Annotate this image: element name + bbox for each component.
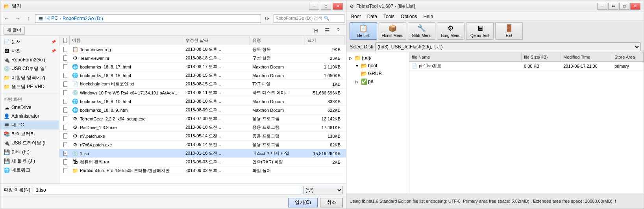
- tree-item-pe[interactable]: ▷ ✅ pe: [346, 78, 409, 85]
- sidebar-item-documents[interactable]: 📄 문서 📌: [0, 37, 59, 46]
- file-row[interactable]: 🗜컴퓨터 관리.rar2016-09-03 오후...압축(RAR) 파일2KB: [59, 158, 346, 166]
- file-row[interactable]: ⚙TorrentGear_2.2.2_x64_setup.exe2018-07-…: [59, 115, 346, 123]
- file-date-cell: 2018-08-17 오후...: [183, 64, 250, 70]
- view-list-btn[interactable]: ☰: [322, 26, 332, 35]
- file-row[interactable]: 📄blockchain.com 비트코인.txt2018-08-15 오후...…: [59, 80, 346, 89]
- sidebar-item-usbcd[interactable]: 💿 USB CD부팅 영': [0, 64, 59, 73]
- refresh-btn[interactable]: ⟳: [263, 14, 272, 23]
- file-checkbox[interactable]: [63, 90, 67, 95]
- file-checkbox[interactable]: [63, 47, 67, 52]
- fbinst-close-btn[interactable]: ✕: [630, 3, 640, 10]
- file-row[interactable]: 🌐bookmarks_18. 8. 17..html2018-08-17 오후.…: [59, 63, 346, 71]
- disk-select-dropdown[interactable]: (hd3): USB_JetFlash(29g, I: J:): [376, 43, 640, 51]
- sidebar-item-library[interactable]: 📚 라이브러리: [0, 129, 59, 139]
- fbinst-minimize-btn[interactable]: ─: [597, 3, 607, 10]
- sidebar-item-worldnim[interactable]: 📁 월드님 PE VHD: [0, 82, 59, 91]
- cancel-btn[interactable]: 취소: [320, 198, 343, 207]
- tool-burg-menu[interactable]: ⚙ Burg Menu: [437, 22, 464, 40]
- sidebar-item-photos[interactable]: 🖼 사진 📌: [0, 46, 59, 55]
- file-checkbox[interactable]: [63, 159, 67, 165]
- address-crumb-drive[interactable]: RoboForm2Go (D:): [63, 16, 103, 21]
- col-header-size[interactable]: 크기: [305, 36, 344, 45]
- file-checkbox[interactable]: [63, 142, 67, 147]
- open-btn[interactable]: 열기(O): [288, 198, 318, 207]
- tree-item-grub[interactable]: 📂 GRUB: [346, 70, 409, 78]
- file-row[interactable]: 💿Windows 10 Pro WS Rs4 x64 17134.191 pAr…: [59, 89, 346, 97]
- back-btn[interactable]: ←: [2, 14, 11, 23]
- tool-qemu-test[interactable]: 🖥 Qemu Test: [466, 22, 494, 40]
- file-row[interactable]: 💿1.iso2018-01-16 오전...디스크 이미지 파일15,819,2…: [59, 149, 346, 158]
- fbinst-restore-btn[interactable]: ⇔: [608, 3, 618, 10]
- help-btn[interactable]: ?: [333, 26, 343, 35]
- tool-fbinst-menu[interactable]: 📦 Fbinst Menu: [379, 22, 406, 40]
- sidebar-item-network[interactable]: 🌐 네트워크: [0, 166, 59, 175]
- menu-tools[interactable]: Tools: [380, 13, 398, 20]
- file-row[interactable]: 🌐bookmarks_18. 8. 15..html2018-08-15 오후.…: [59, 71, 346, 80]
- col-header-type[interactable]: 유형: [250, 36, 305, 45]
- filename-input[interactable]: [34, 186, 301, 194]
- address-crumb-pc[interactable]: 내 PC: [45, 15, 58, 22]
- tool-exit[interactable]: 🚪 Exit: [495, 22, 523, 40]
- file-checkbox[interactable]: [63, 133, 67, 139]
- fbinst-maximize-btn[interactable]: □: [619, 3, 629, 10]
- file-row[interactable]: 📋TeamViewer.reg2018-08-18 오후...등록 항목9KB: [59, 45, 346, 54]
- fb-modified-cell: 2018-06-17 21:08: [561, 64, 612, 68]
- sidebar-item-mypc[interactable]: 💻 내 PC: [0, 120, 59, 129]
- file-checkbox-cell: [61, 81, 70, 87]
- menu-options[interactable]: Options: [398, 13, 420, 20]
- tree-item-boot[interactable]: ▼ 📂 boot: [346, 62, 409, 70]
- file-checkbox[interactable]: [63, 107, 67, 113]
- up-btn[interactable]: ↑: [24, 14, 33, 23]
- col-header-date[interactable]: 수정한 날짜: [183, 36, 250, 45]
- fb-col-header-name[interactable]: file Name: [409, 52, 522, 61]
- explorer-close-btn[interactable]: ✕: [333, 3, 343, 10]
- file-row[interactable]: ⚙rf7.patch.exe2018-05-14 오전...응용 프로그램138…: [59, 132, 346, 141]
- file-checkbox[interactable]: [63, 151, 67, 156]
- sidebar-item-roboform[interactable]: 🔌 RoboForm2Go (: [0, 55, 59, 64]
- file-checkbox[interactable]: [63, 81, 67, 87]
- header-checkbox[interactable]: [63, 38, 67, 43]
- file-checkbox[interactable]: [63, 73, 67, 78]
- col-header-name[interactable]: 이름: [70, 36, 183, 45]
- sidebar-item-usb[interactable]: 🔌 USB 드라이브 (I: [0, 139, 59, 148]
- file-checkbox[interactable]: [63, 64, 67, 69]
- view-btn[interactable]: ⊞: [311, 26, 321, 35]
- menu-help[interactable]: Help: [420, 13, 436, 20]
- file-row[interactable]: 🌐bookmarks_18. 8. 9..html2018-08-09 오후..…: [59, 106, 346, 115]
- sidebar-item-minbae[interactable]: 💾 민배 (F:): [0, 148, 59, 157]
- file-row[interactable]: ⚙TeamViewer.ini2018-08-18 오후...구성 설정23KB: [59, 54, 346, 63]
- sidebar-item-unalloc[interactable]: 📁 미할당 영역에 g: [0, 73, 59, 82]
- fb-row[interactable]: 📄pe1.iso경로0.00 KB2018-06-17 21:08primary: [409, 62, 644, 70]
- menu-data[interactable]: Data: [364, 13, 380, 20]
- file-row[interactable]: 📁PartitionGuru Pro 4.9.5.508 포터블.한글패치판20…: [59, 166, 346, 175]
- forward-btn[interactable]: →: [13, 14, 22, 23]
- file-checkbox[interactable]: [63, 125, 67, 130]
- tree-toggle-boot[interactable]: ▼: [354, 64, 360, 68]
- new-folder-btn[interactable]: 새 폴더: [4, 26, 25, 35]
- tree-toggle-pe[interactable]: ▷: [354, 80, 360, 84]
- file-row[interactable]: ⚙RaiDrive_1.3.8.exe2018-06-18 오전...응용 프로…: [59, 123, 346, 132]
- tool-file-list[interactable]: 📋 file List: [350, 22, 377, 40]
- file-checkbox[interactable]: [63, 168, 67, 173]
- filetype-select[interactable]: (*.*): [303, 186, 343, 194]
- search-bar[interactable]: RoboForm2Go (D:) 검색 🔍: [274, 14, 344, 23]
- fb-col-header-store[interactable]: Store Area: [612, 52, 644, 61]
- sidebar-item-admin[interactable]: 👤 Administrator: [0, 112, 59, 120]
- file-row[interactable]: 🌐bookmarks_18. 8. 10..html2018-08-10 오후.…: [59, 97, 346, 106]
- menu-boot[interactable]: Boot: [348, 13, 364, 20]
- fb-col-header-modified[interactable]: Modified Time: [561, 52, 612, 61]
- tree-toggle-root[interactable]: ▷: [348, 56, 353, 60]
- sidebar-item-newvol[interactable]: 💾 새 볼륨 (J:): [0, 157, 59, 166]
- explorer-minimize-btn[interactable]: ─: [309, 3, 319, 10]
- file-checkbox[interactable]: [63, 116, 67, 121]
- explorer-maximize-btn[interactable]: □: [321, 3, 331, 10]
- file-checkbox[interactable]: [63, 99, 67, 104]
- file-row[interactable]: ⚙rf7x64.patch.exe2018-05-14 오전...응용 프로그램…: [59, 141, 346, 149]
- address-bar[interactable]: 💻 내 PC › RoboForm2Go (D:): [35, 14, 261, 23]
- sidebar-item-onedrive[interactable]: ☁ OneDrive: [0, 103, 59, 112]
- tree-item-root[interactable]: ▷ 📁 (ud)/: [346, 54, 409, 62]
- col-header-checkbox[interactable]: [61, 36, 70, 45]
- tool-grldr-menu[interactable]: 🔧 Grldr Menu: [408, 22, 435, 40]
- file-checkbox[interactable]: [63, 55, 67, 61]
- fb-col-header-size[interactable]: file Size(KB): [522, 52, 561, 61]
